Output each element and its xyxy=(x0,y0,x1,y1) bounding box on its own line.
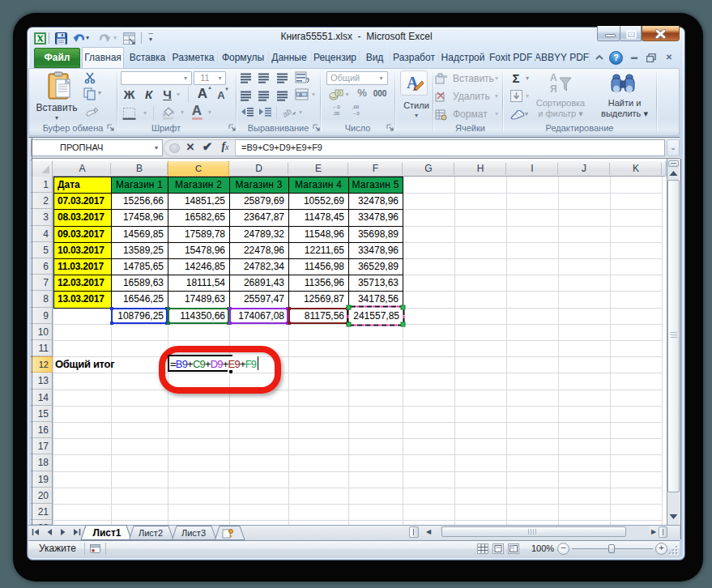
svg-text:ab: ab xyxy=(282,106,293,119)
svg-text:А: А xyxy=(550,72,557,83)
svg-text:a: a xyxy=(299,92,302,97)
svg-text:Я: Я xyxy=(550,83,557,95)
